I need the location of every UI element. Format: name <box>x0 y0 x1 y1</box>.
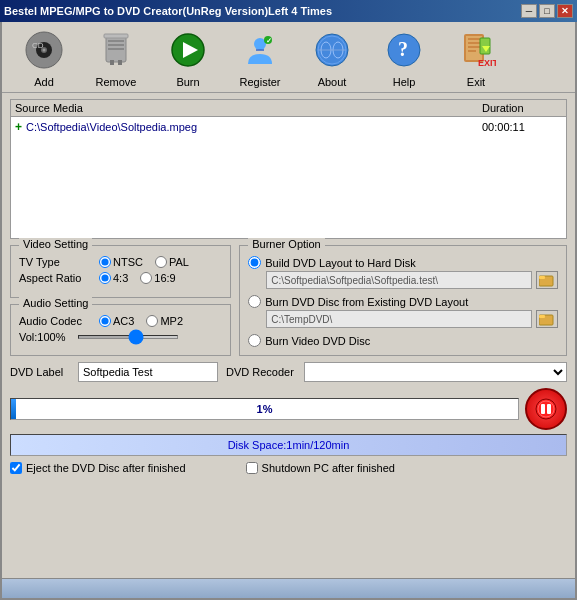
source-table-body[interactable]: + C:\Softpedia\Video\Soltpedia.mpeg 00:0… <box>11 117 566 233</box>
ratio-16-9-option[interactable]: 16:9 <box>140 272 175 284</box>
ratio-4-3-option[interactable]: 4:3 <box>99 272 128 284</box>
table-row: + C:\Softpedia\Video\Soltpedia.mpeg 00:0… <box>15 119 562 135</box>
burner-input-row-2 <box>266 310 558 328</box>
burner-option-1: Build DVD Layout to Hard Disk <box>248 256 558 289</box>
build-dvd-path-input[interactable] <box>266 271 532 289</box>
ntsc-radio[interactable] <box>99 256 111 268</box>
ratio-4-3-radio[interactable] <box>99 272 111 284</box>
remove-label: Remove <box>96 76 137 88</box>
file-path: C:\Softpedia\Video\Soltpedia.mpeg <box>26 121 482 133</box>
mp2-radio[interactable] <box>146 315 158 327</box>
svg-text:✓: ✓ <box>266 37 272 44</box>
toolbar: CD Add Remove <box>2 22 575 93</box>
video-setting-group: Video Setting TV Type NTSC <box>10 245 231 298</box>
aspect-ratio-row: Aspect Ratio 4:3 16:9 <box>19 272 222 284</box>
build-dvd-folder-button[interactable] <box>536 271 558 289</box>
title-bar-buttons: ─ □ ✕ <box>521 4 573 18</box>
shutdown-checkbox[interactable] <box>246 462 258 474</box>
help-icon: ? <box>380 26 428 74</box>
minimize-button[interactable]: ─ <box>521 4 537 18</box>
burner-option-group: Burner Option Build DVD Layout to Hard D… <box>239 245 567 356</box>
vol-label: Vol:100% <box>19 331 74 343</box>
aspect-ratio-label: Aspect Ratio <box>19 272 91 284</box>
svg-rect-6 <box>110 60 114 65</box>
burn-existing-path-input[interactable] <box>266 310 532 328</box>
svg-text:?: ? <box>398 38 408 60</box>
tv-type-row: TV Type NTSC PAL <box>19 256 222 268</box>
burn-video-label: Burn Video DVD Disc <box>265 335 370 347</box>
progress-row: 1% <box>10 388 567 430</box>
burner-option-3: Burn Video DVD Disc <box>248 334 558 347</box>
audio-codec-row: Audio Codec AC3 MP2 <box>19 315 222 327</box>
dvd-recoder-select[interactable] <box>304 362 567 382</box>
shutdown-checkbox-item[interactable]: Shutdown PC after finished <box>246 462 395 474</box>
register-button[interactable]: ✓ Register <box>226 26 294 88</box>
dvd-label-row: DVD Label DVD Recoder <box>10 362 567 382</box>
burn-existing-radio[interactable] <box>248 295 261 308</box>
burner-radio-row-3: Burn Video DVD Disc <box>248 334 558 347</box>
svg-rect-7 <box>118 60 122 65</box>
volume-slider[interactable] <box>78 335 178 339</box>
audio-codec-group: AC3 MP2 <box>99 315 183 327</box>
title-bar: Bestel MPEG/MPG to DVD Creator(UnReg Ver… <box>0 0 577 22</box>
source-table-header: Source Media Duration <box>11 100 566 117</box>
source-media-table: Source Media Duration + C:\Softpedia\Vid… <box>10 99 567 239</box>
dvd-recoder-text: DVD Recoder <box>226 366 296 378</box>
maximize-button[interactable]: □ <box>539 4 555 18</box>
burn-button[interactable]: Burn <box>154 26 222 88</box>
help-label: Help <box>393 76 416 88</box>
eject-checkbox[interactable] <box>10 462 22 474</box>
audio-setting-group: Audio Setting Audio Codec AC3 <box>10 304 231 357</box>
svg-rect-30 <box>468 50 476 52</box>
stop-button[interactable] <box>525 388 567 430</box>
burn-label: Burn <box>176 76 199 88</box>
ratio-16-9-radio[interactable] <box>140 272 152 284</box>
ratio-16-9-label: 16:9 <box>154 272 175 284</box>
bottom-bar <box>2 578 575 598</box>
ratio-4-3-label: 4:3 <box>113 272 128 284</box>
build-dvd-radio[interactable] <box>248 256 261 269</box>
dvd-label-input[interactable] <box>78 362 218 382</box>
ntsc-label: NTSC <box>113 256 143 268</box>
svg-rect-27 <box>468 38 480 40</box>
svg-text:EXIT: EXIT <box>478 58 496 68</box>
checkbox-row: Eject the DVD Disc after finished Shutdo… <box>10 462 567 474</box>
pal-radio[interactable] <box>155 256 167 268</box>
add-button[interactable]: CD Add <box>10 26 78 88</box>
duration-col-header: Duration <box>482 102 562 114</box>
audio-setting-content: Audio Codec AC3 MP2 <box>19 315 222 343</box>
burn-icon <box>164 26 212 74</box>
mp2-option[interactable]: MP2 <box>146 315 183 327</box>
disk-space-bar: Disk Space:1min/120min <box>10 434 567 456</box>
exit-label: Exit <box>467 76 485 88</box>
exit-button[interactable]: EXIT Exit <box>442 26 510 88</box>
add-icon: CD <box>20 26 68 74</box>
ac3-radio[interactable] <box>99 315 111 327</box>
burner-input-row-1 <box>266 271 558 289</box>
about-button[interactable]: About <box>298 26 366 88</box>
mp2-label: MP2 <box>160 315 183 327</box>
video-setting-title: Video Setting <box>19 238 92 250</box>
burn-existing-label: Burn DVD Disc from Existing DVD Layout <box>265 296 468 308</box>
ntsc-option[interactable]: NTSC <box>99 256 143 268</box>
burner-option-2: Burn DVD Disc from Existing DVD Layout <box>248 295 558 328</box>
aspect-ratio-group: 4:3 16:9 <box>99 272 176 284</box>
eject-checkbox-item[interactable]: Eject the DVD Disc after finished <box>10 462 186 474</box>
close-button[interactable]: ✕ <box>557 4 573 18</box>
burn-existing-folder-button[interactable] <box>536 310 558 328</box>
source-col-header: Source Media <box>15 102 482 114</box>
burn-video-radio[interactable] <box>248 334 261 347</box>
register-icon: ✓ <box>236 26 284 74</box>
ac3-label: AC3 <box>113 315 134 327</box>
ac3-option[interactable]: AC3 <box>99 315 134 327</box>
exit-icon: EXIT <box>452 26 500 74</box>
tv-type-radio-group: NTSC PAL <box>99 256 189 268</box>
svg-text:CD: CD <box>32 41 44 50</box>
help-button[interactable]: ? Help <box>370 26 438 88</box>
dvd-label-text: DVD Label <box>10 366 70 378</box>
title-bar-text: Bestel MPEG/MPG to DVD Creator(UnReg Ver… <box>4 5 332 17</box>
svg-rect-8 <box>108 40 124 42</box>
build-dvd-label: Build DVD Layout to Hard Disk <box>265 257 415 269</box>
pal-option[interactable]: PAL <box>155 256 189 268</box>
remove-button[interactable]: Remove <box>82 26 150 88</box>
